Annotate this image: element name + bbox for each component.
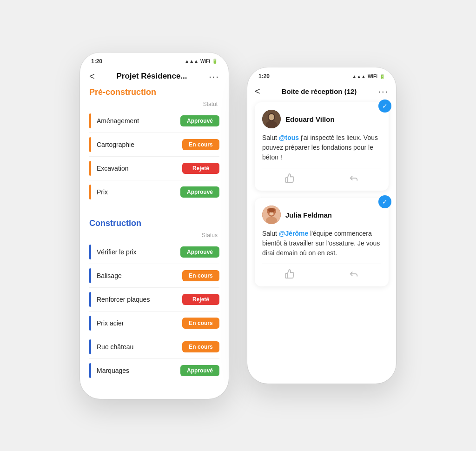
phone-2: 1:20 ▲▲▲ WiFi 🔋 < Boite de réception (12…: [247, 67, 396, 384]
task-name: Balisage: [97, 272, 182, 279]
phone2-nav: < Boite de réception (12) ···: [255, 82, 389, 102]
task-row: Marquages Approuvé: [89, 359, 219, 382]
task-row: Vérifier le prix Approuvé: [89, 240, 219, 264]
back-button[interactable]: <: [89, 71, 95, 82]
status-badge: Approuvé: [180, 246, 219, 258]
status-badge: Approuvé: [180, 186, 219, 198]
battery-icon: 🔋: [212, 59, 218, 64]
message-text-2: Salut @Jérôme l'équipe commencera bientô…: [262, 229, 381, 258]
mention-jerome: @Jérôme: [279, 230, 308, 237]
avatar-julia: [262, 206, 281, 224]
phone1-menu-dots[interactable]: ···: [209, 71, 219, 82]
phone1-icons: ▲▲▲ WiFi 🔋: [185, 59, 218, 64]
svg-point-11: [266, 217, 277, 224]
task-indicator: [89, 292, 91, 307]
statut-header: Statut: [89, 101, 219, 107]
svg-point-3: [266, 121, 277, 128]
construction-section: Construction Status Vérifier le prix App…: [89, 219, 219, 382]
task-name: Vérifier le prix: [97, 248, 180, 256]
svg-point-4: [269, 114, 274, 120]
reply-button-1[interactable]: [326, 173, 381, 183]
phone2-status-bar: 1:20 ▲▲▲ WiFi 🔋: [247, 67, 396, 82]
task-name: Marquages: [97, 367, 180, 374]
signal-icon: ▲▲▲: [352, 74, 366, 79]
status-badge: En cours: [182, 270, 219, 281]
check-badge-2: ✓: [378, 195, 391, 208]
wifi-icon: WiFi: [368, 74, 377, 79]
sender-name-edouard: Edouard Villon: [285, 115, 335, 123]
scene: 1:20 ▲▲▲ WiFi 🔋 < Projet Résidence... ··…: [0, 25, 476, 427]
construction-title: Construction: [89, 219, 219, 228]
task-indicator: [89, 363, 91, 378]
check-badge-1: ✓: [378, 99, 391, 113]
status-badge: Approuvé: [180, 365, 219, 376]
phone1-time: 1:20: [91, 58, 102, 65]
task-row: Rue château En cours: [89, 335, 219, 359]
pre-construction-section: Pré-construction Statut Aménagement Appr…: [89, 87, 219, 204]
message-card-1: ✓ Edouard Villon Sa: [255, 102, 389, 191]
signal-icon: ▲▲▲: [185, 59, 198, 64]
phone2-icons: ▲▲▲ WiFi 🔋: [352, 74, 385, 79]
task-indicator: [89, 268, 91, 283]
task-name: Excavation: [97, 165, 182, 172]
construction-task-list: Vérifier le prix Approuvé Balisage En co…: [89, 240, 219, 382]
wifi-icon: WiFi: [200, 59, 210, 64]
avatar-edouard: [262, 110, 281, 128]
task-indicator: [89, 316, 91, 331]
message-header-2: Julia Feldman: [262, 206, 381, 224]
task-name: Renforcer plaques: [97, 296, 182, 303]
phone2-menu-dots[interactable]: ···: [378, 86, 389, 97]
task-indicator: [89, 161, 91, 176]
phone2-time: 1:20: [258, 73, 270, 80]
task-indicator: [89, 245, 91, 259]
pre-construction-title: Pré-construction: [89, 87, 219, 97]
task-name: Rue château: [97, 343, 182, 351]
back-button[interactable]: <: [255, 86, 260, 97]
mention-tous: @tous: [279, 134, 299, 141]
phone-1: 1:20 ▲▲▲ WiFi 🔋 < Projet Résidence... ··…: [80, 53, 229, 399]
task-row: Prix Approuvé: [89, 180, 219, 204]
task-name: Aménagement: [97, 117, 180, 125]
like-button-2[interactable]: [262, 269, 317, 279]
battery-icon: 🔋: [379, 74, 385, 79]
phone2-title: Boite de réception (12): [282, 87, 357, 95]
task-name: Prix: [97, 188, 180, 196]
status-header: Status: [89, 232, 219, 239]
message-text-1: Salut @tous j'ai inspecté les lieux. Vou…: [262, 133, 381, 162]
status-badge: Approuvé: [180, 115, 219, 126]
task-row: Renforcer plaques Rejeté: [89, 288, 219, 312]
phone1-status-bar: 1:20 ▲▲▲ WiFi 🔋: [80, 53, 229, 67]
task-indicator: [89, 339, 91, 354]
phone1-nav: < Projet Résidence... ···: [89, 67, 219, 87]
svg-point-10: [268, 208, 275, 212]
like-button-1[interactable]: [262, 173, 317, 183]
task-row: Excavation Rejeté: [89, 157, 219, 180]
task-indicator: [89, 137, 91, 152]
pre-construction-task-list: Aménagement Approuvé Cartographie En cou…: [89, 109, 219, 204]
task-name: Cartographie: [97, 141, 182, 148]
status-badge: En cours: [182, 139, 219, 150]
status-badge: En cours: [182, 318, 219, 329]
task-name: Prix acier: [97, 319, 182, 327]
message-header-1: Edouard Villon: [262, 110, 381, 128]
phone1-title: Projet Résidence...: [116, 72, 187, 81]
task-row: Balisage En cours: [89, 264, 219, 288]
task-indicator: [89, 185, 91, 199]
reply-button-2[interactable]: [326, 269, 381, 279]
task-indicator: [89, 113, 91, 128]
task-row: Aménagement Approuvé: [89, 109, 219, 133]
message-actions-2: [262, 264, 381, 279]
task-row: Cartographie En cours: [89, 133, 219, 157]
task-row: Prix acier En cours: [89, 312, 219, 335]
status-badge: En cours: [182, 341, 219, 352]
message-card-2: ✓ Julia Feldman: [255, 198, 389, 286]
sender-name-julia: Julia Feldman: [285, 211, 332, 219]
message-actions-1: [262, 168, 381, 183]
status-badge: Rejeté: [182, 163, 219, 174]
status-badge: Rejeté: [182, 294, 219, 305]
